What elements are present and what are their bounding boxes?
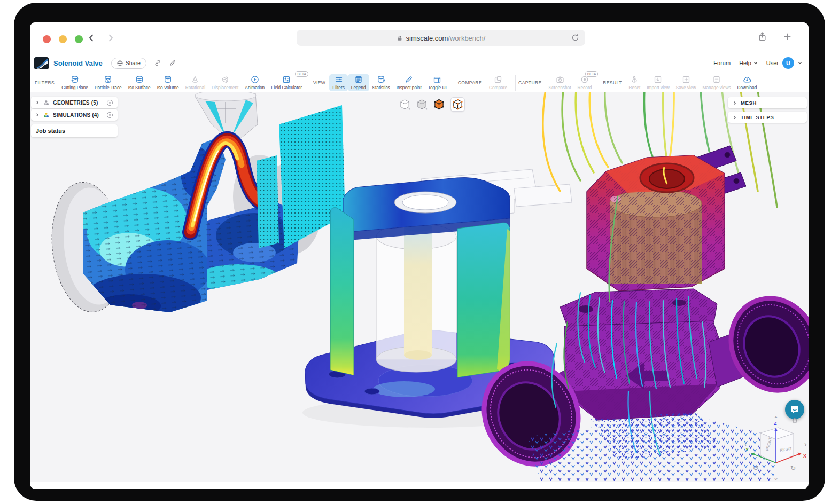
nav-rotate-right-button[interactable]: › xyxy=(804,440,807,448)
toolbar-item-label: Iso Volume xyxy=(157,85,179,90)
toolbar-item-displacement: Displacement xyxy=(208,74,242,91)
toolbar-item-label: Record xyxy=(578,85,592,90)
toolbar-item-label: Rotational xyxy=(185,85,205,90)
statistics-icon xyxy=(377,75,385,84)
toolbar-item-label: Screenshot xyxy=(549,85,571,90)
toolbar-item-toggle-ui[interactable]: Toggle UI xyxy=(425,74,450,91)
copy-link-icon[interactable] xyxy=(154,59,161,67)
back-button[interactable] xyxy=(86,33,97,43)
share-page-icon[interactable] xyxy=(757,32,767,42)
toolbar-item-cutting-plane[interactable]: Cutting Plane xyxy=(58,74,91,91)
reload-icon[interactable] xyxy=(571,33,580,42)
chat-bubble-icon xyxy=(790,405,799,414)
render-mode-buttons xyxy=(399,97,465,112)
iso-volume-icon xyxy=(164,75,172,84)
toolbar-group-label: CAPTURE xyxy=(518,80,541,85)
wireframe-cube-button[interactable] xyxy=(399,99,410,110)
url-host: simscale.com xyxy=(406,34,448,42)
toolbar-group-view: VIEWFiltersLegendStatisticsInspect point… xyxy=(310,75,455,91)
post-processing-toolbar: FILTERSCutting PlaneParticle TraceIso Su… xyxy=(30,73,809,92)
minimize-window-button[interactable] xyxy=(59,35,67,43)
nav-rotate-left-button[interactable]: ‹ xyxy=(744,440,747,448)
user-menu[interactable]: User U xyxy=(766,57,802,69)
address-bar[interactable]: simscale.com/workbench/ xyxy=(297,30,585,46)
simulations-label: SIMULATIONS (4) xyxy=(53,112,99,118)
toolbar-item-label: Field Calculator xyxy=(271,85,302,90)
toolbar-item-inspect-point[interactable]: Inspect point xyxy=(393,74,425,91)
beta-badge: BETA xyxy=(295,71,308,77)
toolbar-group-label: VIEW xyxy=(313,80,325,85)
3d-viewport[interactable]: GEOMETRIES (5) SIMULATIONS (4) Job statu… xyxy=(30,92,809,482)
toolbar-item-animation[interactable]: Animation xyxy=(242,74,268,91)
rename-pencil-icon[interactable] xyxy=(169,59,176,67)
screenshot-icon xyxy=(556,75,564,84)
chevron-right-icon[interactable] xyxy=(733,101,737,105)
toolbar-item-statistics[interactable]: Statistics xyxy=(369,74,393,91)
job-status-card[interactable]: Job status xyxy=(31,124,118,137)
reset-icon xyxy=(630,75,639,84)
toolbar-item-particle-trace[interactable]: Particle Trace xyxy=(91,74,125,91)
shaded-cube-button[interactable] xyxy=(416,99,428,110)
toolbar-item-record: RecordBETA xyxy=(574,74,595,91)
forward-button[interactable] xyxy=(105,33,116,43)
chevron-right-icon[interactable] xyxy=(35,113,40,117)
compare-icon xyxy=(494,75,502,84)
navigation-cube[interactable]: FRONT RIGHT Z Y X ⌃ ‹ › ↺ ↻ ⌄ xyxy=(744,416,809,481)
toolbar-item-import-view: Import view xyxy=(643,74,672,91)
toolbar-item-iso-surface[interactable]: Iso Surface xyxy=(125,74,154,91)
time-steps-label: TIME STEPS xyxy=(741,114,774,120)
selected-render-mode xyxy=(450,97,465,112)
mesh-nodes-cube-button[interactable] xyxy=(452,99,463,110)
avatar[interactable]: U xyxy=(782,57,794,69)
new-tab-icon[interactable] xyxy=(782,32,793,42)
nav-roll-ccw-button[interactable]: ↺ xyxy=(753,465,758,471)
time-steps-section[interactable]: TIME STEPS xyxy=(728,112,807,123)
nav-tilt-down-button[interactable]: ⌄ xyxy=(773,475,779,481)
toolbar-group-label: FILTERS xyxy=(35,80,55,85)
toolbar-item-iso-volume[interactable]: Iso Volume xyxy=(154,74,182,91)
toolbar-item-legend[interactable]: Legend xyxy=(348,74,369,91)
browser-window: simscale.com/workbench/ Solenoid Valve S… xyxy=(30,22,809,489)
nav-roll-cw-button[interactable]: ↻ xyxy=(790,465,796,471)
help-menu[interactable]: Help xyxy=(739,60,758,66)
simulations-icon xyxy=(43,112,50,119)
help-label: Help xyxy=(739,60,751,66)
mesh-label: MESH xyxy=(741,100,757,106)
viewport-3d-scene xyxy=(30,92,809,482)
toolbar-item-label: Animation xyxy=(245,85,265,90)
manage-views-icon xyxy=(712,75,721,84)
animation-icon xyxy=(251,75,259,84)
window-controls xyxy=(43,35,83,43)
home-view-button[interactable] xyxy=(791,417,798,423)
download-icon xyxy=(743,75,751,84)
share-button-label: Share xyxy=(126,60,141,66)
toolbar-item-label: Compare xyxy=(489,85,507,90)
tree-item-geometries[interactable]: GEOMETRIES (5) xyxy=(31,97,118,108)
visibility-toggle-icon[interactable] xyxy=(106,112,113,119)
tree-item-simulations[interactable]: SIMULATIONS (4) xyxy=(31,109,118,121)
app-header: Solenoid Valve Share Forum Help User U xyxy=(30,53,809,73)
toolbar-group-filters: FILTERSCutting PlaneParticle TraceIso Su… xyxy=(32,75,310,91)
save-view-icon xyxy=(682,75,690,84)
maximize-window-button[interactable] xyxy=(75,35,83,43)
url-path: /workbench/ xyxy=(448,34,485,42)
mesh-section[interactable]: MESH xyxy=(728,97,807,108)
nav-tilt-up-button[interactable]: ⌃ xyxy=(773,416,779,422)
toolbar-item-label: Statistics xyxy=(372,85,390,90)
toolbar-item-compare: Compare xyxy=(486,74,510,91)
mesh-cube-button[interactable] xyxy=(433,99,445,110)
chevron-right-icon[interactable] xyxy=(35,100,40,105)
toolbar-item-field-calculator[interactable]: Field CalculatorBETA xyxy=(268,74,305,91)
toolbar-item-label: Particle Trace xyxy=(95,85,122,90)
close-window-button[interactable] xyxy=(43,35,51,43)
toolbar-item-filters[interactable]: Filters xyxy=(329,74,348,91)
forum-link[interactable]: Forum xyxy=(713,60,731,66)
toolbar-item-download[interactable]: Download xyxy=(734,74,760,91)
toolbar-item-label: Displacement xyxy=(212,85,238,90)
chevron-right-icon[interactable] xyxy=(733,115,737,120)
share-button[interactable]: Share xyxy=(111,58,146,69)
toolbar-item-label: Download xyxy=(737,85,757,90)
toolbar-item-label: Legend xyxy=(351,85,366,90)
visibility-toggle-icon[interactable] xyxy=(106,99,113,106)
time-steps-panel-card: TIME STEPS xyxy=(728,112,807,123)
